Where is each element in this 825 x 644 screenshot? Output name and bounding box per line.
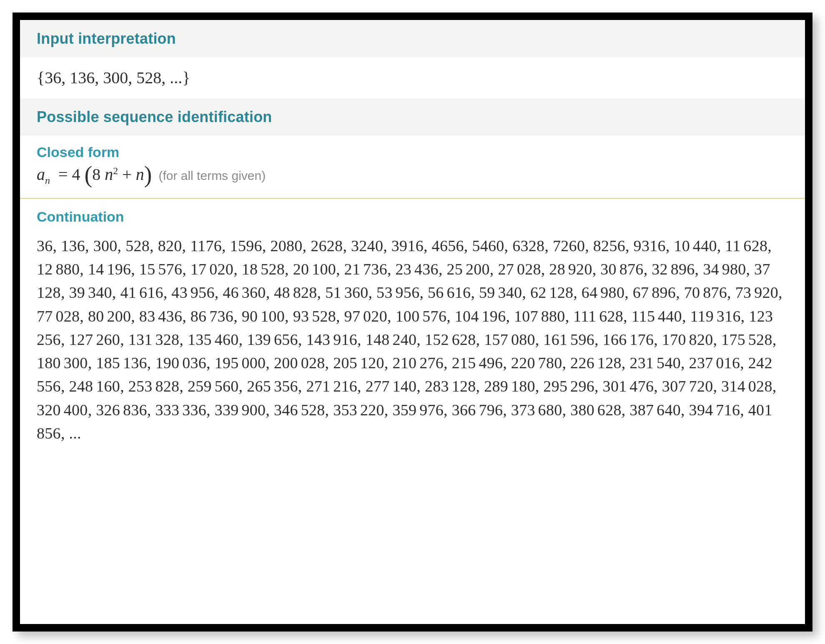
- closed-form-note: (for all terms given): [158, 169, 266, 183]
- input-sequence: {36, 136, 300, 528, ...}: [20, 57, 805, 98]
- continuation-values: 36, 136, 300, 528, 820, 1176, 1596, 2080…: [20, 231, 805, 449]
- card-body: Input interpretation {36, 136, 300, 528,…: [20, 20, 805, 624]
- continuation-section: Continuation 36, 136, 300, 528, 820, 117…: [20, 198, 805, 624]
- subsection-title-continuation: Continuation: [20, 199, 805, 231]
- output-card: Input interpretation {36, 136, 300, 528,…: [13, 12, 812, 632]
- section-title-possible-sequence-identification: Possible sequence identification: [20, 98, 805, 136]
- section-title-input-interpretation: Input interpretation: [20, 20, 805, 57]
- closed-form-variable: a: [37, 165, 45, 184]
- subsection-title-closed-form: Closed form: [20, 136, 805, 163]
- closed-form-subscript: n: [45, 175, 50, 186]
- closed-form-lhs: an = 4 (8 n2 + n): [37, 165, 152, 186]
- closed-form-expression: an = 4 (8 n2 + n) (for all terms given): [20, 163, 805, 195]
